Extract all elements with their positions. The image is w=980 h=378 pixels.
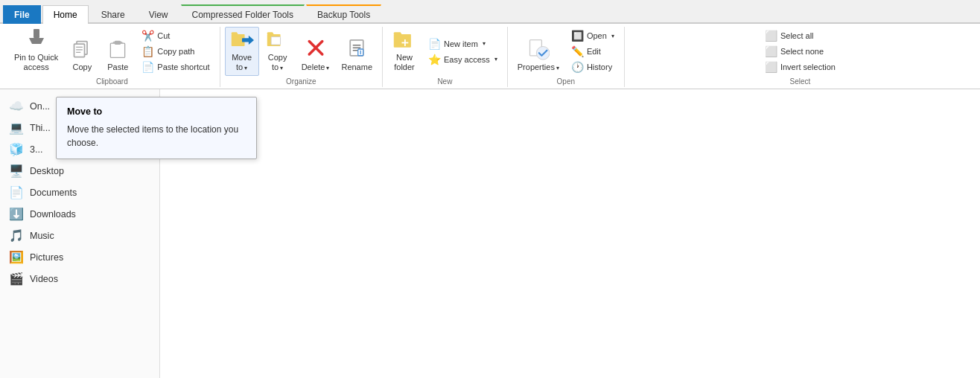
downloads-icon: ⬇️: [9, 207, 24, 221]
main-area: ☁️ On... 💻 Thi... 🧊 3... Move to Move th…: [0, 89, 980, 378]
ribbon: Pin to Quickaccess Copy: [0, 24, 980, 89]
easy-access-label: Easy access: [444, 55, 490, 64]
open-small-group: 🔲 Open ▾ ✏️ Edit 🕐 History: [566, 27, 620, 76]
pictures-icon: 🖼️: [9, 250, 24, 264]
desktop-label: Desktop: [30, 166, 64, 176]
onedrive-icon: ☁️: [9, 99, 24, 113]
sidebar-item-desktop[interactable]: 🖥️ Desktop: [0, 160, 159, 182]
copy-path-icon: 📋: [141, 45, 154, 57]
sidebar-item-documents[interactable]: 📄 Documents: [0, 182, 159, 203]
paste-shortcut-button[interactable]: 📄 Paste shortcut: [136, 60, 214, 74]
clipboard-label: Clipboard: [9, 77, 215, 86]
open-button[interactable]: 🔲 Open ▾: [566, 28, 620, 43]
new-label: New: [387, 77, 503, 86]
new-item-icon: 📄: [428, 38, 441, 50]
pictures-label: Pictures: [30, 252, 63, 263]
copy-path-label: Copy path: [157, 47, 194, 56]
easy-access-button[interactable]: ⭐ Easy access ▾: [423, 52, 503, 67]
new-folder-icon: [392, 28, 416, 51]
cut-button[interactable]: ✂️ Cut: [136, 28, 214, 43]
3d-objects-label: 3...: [30, 144, 42, 155]
this-pc-icon: 💻: [9, 121, 24, 135]
tab-compressed-folder-tools[interactable]: Compressed Folder Tools: [181, 4, 305, 24]
open-group: Properties▾ 🔲 Open ▾ ✏️ Edit 🕐 History: [508, 27, 625, 87]
tooltip-title: Move to: [67, 106, 246, 117]
tooltip-box: Move to Move the selected items to the l…: [56, 97, 257, 159]
new-item-button[interactable]: 📄 New item ▾: [423, 36, 503, 51]
new-item-label: New item: [444, 39, 478, 48]
move-to-button[interactable]: Moveto▾: [225, 27, 259, 76]
select-all-icon: ⬜: [765, 30, 777, 42]
svg-rect-10: [115, 40, 121, 44]
rename-icon: [345, 37, 369, 61]
tab-backup-tools[interactable]: Backup Tools: [306, 4, 381, 24]
pin-icon: [25, 28, 48, 51]
svg-rect-0: [34, 29, 39, 38]
sidebar-item-music[interactable]: 🎵 Music: [0, 225, 159, 246]
music-icon: 🎵: [9, 228, 24, 243]
edit-icon: ✏️: [571, 45, 584, 57]
select-small-group: ⬜ Select all ⬜ Select none ⬜ Invert sele…: [760, 27, 841, 76]
tabs-bar: File Home Share View Compressed Folder T…: [0, 0, 980, 24]
paste-button[interactable]: Paste: [101, 27, 135, 76]
new-item-arrow: ▾: [483, 40, 486, 47]
edit-button[interactable]: ✏️ Edit: [566, 44, 620, 59]
organize-label: Organize: [225, 77, 378, 86]
copy-label: Copy: [72, 63, 92, 72]
videos-label: Videos: [30, 274, 58, 284]
svg-marker-13: [249, 35, 254, 44]
pin-to-quick-access-button[interactable]: Pin to Quickaccess: [9, 27, 63, 76]
music-label: Music: [30, 231, 54, 241]
select-none-label: Select none: [780, 47, 824, 56]
tab-file[interactable]: File: [3, 5, 41, 24]
open-label: Open: [512, 77, 620, 86]
sidebar-item-downloads[interactable]: ⬇️ Downloads: [0, 203, 159, 225]
svg-rect-24: [394, 34, 411, 48]
open-arrow: ▾: [611, 33, 614, 39]
history-label: History: [587, 63, 612, 71]
clipboard-small-group: ✂️ Cut 📋 Copy path 📄 Paste shortcut: [136, 27, 214, 76]
select-all-button[interactable]: ⬜ Select all: [760, 28, 841, 43]
delete-icon: [304, 37, 328, 61]
tab-view[interactable]: View: [138, 5, 179, 24]
sidebar-item-pictures[interactable]: 🖼️ Pictures: [0, 246, 159, 268]
pin-label: Pin to Quickaccess: [14, 53, 58, 72]
open-icon: 🔲: [571, 30, 584, 42]
move-to-label: Moveto▾: [232, 53, 252, 72]
invert-selection-button[interactable]: ⬜ Invert selection: [760, 60, 841, 74]
easy-access-arrow: ▾: [494, 56, 497, 63]
content-area: [160, 89, 980, 378]
rename-button[interactable]: Rename: [336, 27, 378, 76]
properties-label: Properties▾: [518, 63, 559, 72]
paste-label: Paste: [107, 63, 128, 72]
organize-group-content: Moveto▾ Copyto▾: [225, 27, 378, 76]
clipboard-group: Pin to Quickaccess Copy: [4, 27, 220, 87]
select-none-button[interactable]: ⬜ Select none: [760, 44, 841, 59]
tab-share[interactable]: Share: [90, 5, 136, 24]
properties-button[interactable]: Properties▾: [512, 27, 564, 76]
select-none-icon: ⬜: [765, 45, 777, 57]
copy-button[interactable]: Copy: [65, 27, 99, 76]
new-folder-button[interactable]: Newfolder: [387, 27, 421, 76]
select-group-content: ⬜ Select all ⬜ Select none ⬜ Invert sele…: [760, 27, 841, 76]
delete-button[interactable]: Delete▾: [296, 27, 335, 76]
copy-to-button[interactable]: Copyto▾: [261, 27, 295, 76]
new-folder-label: Newfolder: [394, 53, 415, 72]
downloads-label: Downloads: [30, 209, 76, 220]
move-to-icon: [230, 28, 254, 51]
svg-rect-9: [111, 43, 125, 57]
documents-icon: 📄: [9, 185, 24, 199]
history-button[interactable]: 🕐 History: [566, 60, 620, 74]
paste-icon: [106, 37, 130, 61]
invert-selection-icon: ⬜: [765, 61, 777, 73]
open-group-content: Properties▾ 🔲 Open ▾ ✏️ Edit 🕐 History: [512, 27, 620, 76]
this-pc-label: Thi...: [30, 123, 51, 133]
select-all-label: Select all: [780, 31, 814, 40]
new-group-content: Newfolder 📄 New item ▾ ⭐ Easy access ▾: [387, 27, 503, 76]
copy-path-button[interactable]: 📋 Copy path: [136, 44, 214, 59]
tab-home[interactable]: Home: [42, 5, 89, 24]
sidebar-item-videos[interactable]: 🎬 Videos: [0, 268, 159, 289]
copy-to-label: Copyto▾: [268, 53, 287, 72]
documents-label: Documents: [30, 188, 77, 198]
copy-to-icon: [266, 28, 290, 51]
